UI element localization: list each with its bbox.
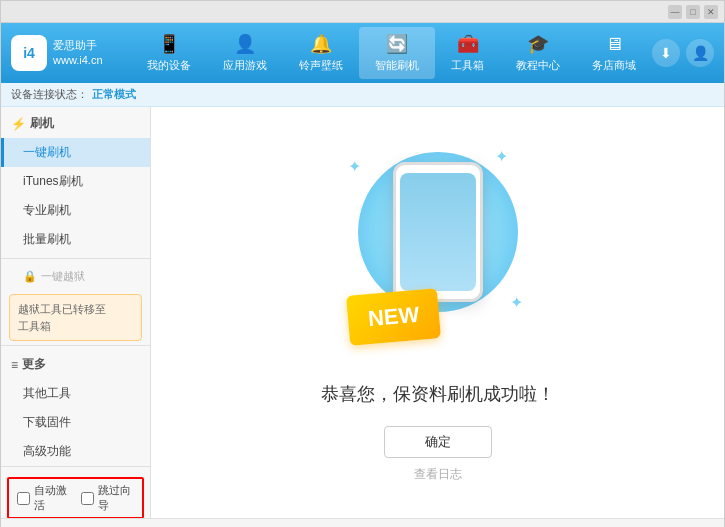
sidebar-item-batch-flash[interactable]: 批量刷机: [1, 225, 150, 254]
sparkle-icon-3: ✦: [510, 293, 523, 312]
tab-smart-flash[interactable]: 🔄 智能刷机: [359, 27, 435, 79]
view-log-link[interactable]: 查看日志: [414, 466, 462, 483]
tab-my-device[interactable]: 📱 我的设备: [131, 27, 207, 79]
lock-icon: 🔒: [23, 270, 37, 283]
skip-guide-checkbox[interactable]: [81, 492, 94, 505]
tab-ringtone[interactable]: 🔔 铃声壁纸: [283, 27, 359, 79]
minimize-button[interactable]: —: [668, 5, 682, 19]
auto-activate-checkbox[interactable]: [17, 492, 30, 505]
sidebar-item-pro-flash[interactable]: 专业刷机: [1, 196, 150, 225]
tab-toolbox[interactable]: 🧰 工具箱: [435, 27, 500, 79]
tab-tutorial[interactable]: 🎓 教程中心: [500, 27, 576, 79]
maximize-button[interactable]: □: [686, 5, 700, 19]
confirm-button[interactable]: 确定: [384, 426, 492, 458]
sidebar-item-download-firmware[interactable]: 下载固件: [1, 408, 150, 437]
sidebar-divider-2: [1, 345, 150, 346]
ringtone-icon: 🔔: [310, 33, 332, 55]
new-badge: NEW: [345, 288, 440, 346]
sidebar-item-advanced[interactable]: 高级功能: [1, 437, 150, 466]
tab-business[interactable]: 🖥 务店商域: [576, 27, 652, 79]
device-checkbox-row: 自动激活 跳过向导: [7, 477, 144, 518]
skip-guide-label: 跳过向导: [98, 483, 135, 513]
tutorial-icon: 🎓: [527, 33, 549, 55]
title-bar: — □ ✕: [1, 1, 724, 23]
header-actions: ⬇ 👤: [652, 39, 714, 67]
sidebar: ⚡ 刷机 一键刷机 iTunes刷机 专业刷机 批量刷机 🔒 一键越狱 越狱工具: [1, 107, 151, 518]
tab-apps[interactable]: 👤 应用游戏: [207, 27, 283, 79]
smart-flash-icon: 🔄: [386, 33, 408, 55]
logo-text: 爱思助手 www.i4.cn: [53, 38, 103, 69]
sidebar-item-other-tools[interactable]: 其他工具: [1, 379, 150, 408]
phone-screen: [400, 173, 476, 291]
content-area: NEW ✦ ✦ ✦ 恭喜您，保资料刷机成功啦！ 确定 查看日志: [151, 107, 724, 518]
flash-group-header: ⚡ 刷机: [1, 109, 150, 138]
sidebar-notice: 越狱工具已转移至 工具箱: [9, 294, 142, 341]
auto-activate-label: 自动激活: [34, 483, 71, 513]
footer: 阻止iTunes运行 V7.98.66 客服 微信公众号 检查更新: [1, 518, 724, 527]
device-section: 自动激活 跳过向导 📱 iPhone 15 Pro Max 512GB iPho…: [1, 466, 150, 518]
user-button[interactable]: 👤: [686, 39, 714, 67]
more-group-icon: ≡: [11, 358, 18, 372]
phone-illustration: NEW ✦ ✦ ✦: [338, 142, 538, 362]
sidebar-item-one-key-flash[interactable]: 一键刷机: [1, 138, 150, 167]
sparkle-icon-2: ✦: [495, 147, 508, 166]
sidebar-item-itunes-flash[interactable]: iTunes刷机: [1, 167, 150, 196]
main-layout: ⚡ 刷机 一键刷机 iTunes刷机 专业刷机 批量刷机 🔒 一键越狱 越狱工具: [1, 107, 724, 518]
logo-icon: i4: [11, 35, 47, 71]
status-bar: 设备连接状态： 正常模式: [1, 83, 724, 107]
apps-icon: 👤: [234, 33, 256, 55]
nav-tabs: 📱 我的设备 👤 应用游戏 🔔 铃声壁纸 🔄 智能刷机 🧰 工具箱 🎓: [131, 27, 652, 79]
logo-area: i4 爱思助手 www.i4.cn: [11, 35, 131, 71]
sidebar-divider-1: [1, 258, 150, 259]
phone-body: [393, 162, 483, 302]
flash-group-icon: ⚡: [11, 117, 26, 131]
success-text: 恭喜您，保资料刷机成功啦！: [321, 382, 555, 406]
download-button[interactable]: ⬇: [652, 39, 680, 67]
more-group-header: ≡ 更多: [1, 350, 150, 379]
close-button[interactable]: ✕: [704, 5, 718, 19]
sparkle-icon-1: ✦: [348, 157, 361, 176]
status-mode: 正常模式: [92, 87, 136, 102]
toolbox-icon: 🧰: [457, 33, 479, 55]
header: i4 爱思助手 www.i4.cn 📱 我的设备 👤 应用游戏 🔔 铃声壁纸 🔄: [1, 23, 724, 83]
my-device-icon: 📱: [158, 33, 180, 55]
business-icon: 🖥: [605, 34, 623, 55]
window-frame: — □ ✕ i4 爱思助手 www.i4.cn 📱 我的设备 👤 应用游戏: [0, 0, 725, 527]
sidebar-item-jailbreak: 🔒 一键越狱: [1, 263, 150, 290]
